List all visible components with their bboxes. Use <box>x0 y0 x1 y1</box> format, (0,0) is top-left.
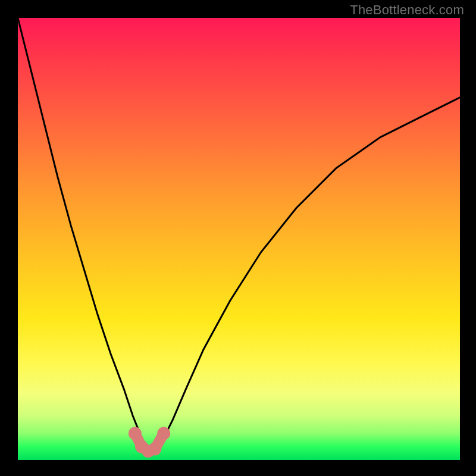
chart-svg <box>0 0 476 476</box>
highlight-segment <box>135 433 164 451</box>
outer-frame: TheBottleneck.com <box>0 0 476 476</box>
curve-line <box>18 18 460 451</box>
